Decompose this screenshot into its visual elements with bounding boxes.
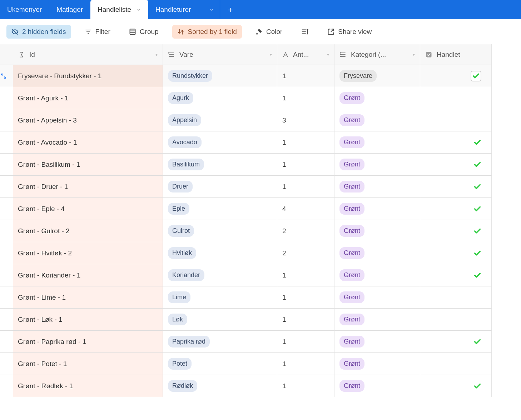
- cell-handlet[interactable]: [420, 286, 492, 309]
- cell-vare[interactable]: Rundstykker: [163, 65, 277, 87]
- tab-handleturer[interactable]: Handleturer: [148, 0, 198, 19]
- cell-handlet[interactable]: [420, 198, 492, 220]
- row-gutter[interactable]: [0, 220, 13, 242]
- cell-kategori[interactable]: Grønt: [334, 309, 420, 331]
- cell-antall[interactable]: 1: [277, 154, 334, 176]
- cell-antall[interactable]: 1: [277, 375, 334, 397]
- cell-antall[interactable]: 1: [277, 353, 334, 375]
- cell-kategori[interactable]: Grønt: [334, 154, 420, 176]
- cell-antall[interactable]: 4: [277, 198, 334, 220]
- cell-vare[interactable]: Eple: [163, 198, 277, 220]
- cell-antall[interactable]: 1: [277, 87, 334, 109]
- cell-kategori[interactable]: Grønt: [334, 131, 420, 154]
- add-tab-button[interactable]: ＋: [220, 0, 241, 19]
- cell-vare[interactable]: Avocado: [163, 131, 277, 154]
- cell-handlet[interactable]: [420, 331, 492, 353]
- cell-id[interactable]: Grønt - Gulrot - 2: [13, 220, 163, 242]
- cell-vare[interactable]: Druer: [163, 176, 277, 198]
- chevron-down-icon[interactable]: ▾: [155, 52, 158, 57]
- expand-record-icon[interactable]: [1, 73, 6, 79]
- row-gutter[interactable]: [0, 264, 13, 286]
- cell-handlet[interactable]: [420, 176, 492, 198]
- cell-antall[interactable]: 3: [277, 109, 334, 131]
- cell-handlet[interactable]: [420, 109, 492, 131]
- cell-id[interactable]: Frysevare - Rundstykker - 1: [13, 65, 163, 87]
- chevron-down-icon[interactable]: ▾: [270, 52, 272, 57]
- cell-id[interactable]: Grønt - Appelsin - 3: [13, 109, 163, 131]
- cell-kategori[interactable]: Frysevare: [334, 65, 420, 87]
- column-header-id[interactable]: x Id ▾: [13, 44, 163, 65]
- share-view-button[interactable]: Share view: [322, 25, 377, 39]
- cell-id[interactable]: Grønt - Eple - 4: [13, 198, 163, 220]
- row-gutter[interactable]: [0, 176, 13, 198]
- cell-antall[interactable]: 1: [277, 176, 334, 198]
- cell-id[interactable]: Grønt - Koriander - 1: [13, 264, 163, 286]
- cell-vare[interactable]: Rødløk: [163, 375, 277, 397]
- cell-handlet[interactable]: [420, 264, 492, 286]
- cell-id[interactable]: Grønt - Basilikum - 1: [13, 154, 163, 176]
- row-gutter[interactable]: [0, 154, 13, 176]
- column-header-kategori[interactable]: Kategori (... ▾: [334, 44, 420, 65]
- cell-vare[interactable]: Løk: [163, 309, 277, 331]
- cell-handlet[interactable]: [420, 220, 492, 242]
- cell-vare[interactable]: Agurk: [163, 87, 277, 109]
- cell-handlet[interactable]: [420, 131, 492, 154]
- column-header-vare[interactable]: Vare ▾: [163, 44, 277, 65]
- sort-button[interactable]: Sorted by 1 field: [172, 25, 242, 39]
- cell-vare[interactable]: Appelsin: [163, 109, 277, 131]
- cell-antall[interactable]: 1: [277, 309, 334, 331]
- cell-id[interactable]: Grønt - Avocado - 1: [13, 131, 163, 154]
- cell-vare[interactable]: Hvitløk: [163, 242, 277, 264]
- group-button[interactable]: Group: [124, 25, 164, 39]
- row-gutter[interactable]: [0, 331, 13, 353]
- row-gutter[interactable]: [0, 375, 13, 397]
- cell-handlet[interactable]: [420, 87, 492, 109]
- row-gutter[interactable]: [0, 309, 13, 331]
- cell-vare[interactable]: Paprika rød: [163, 331, 277, 353]
- cell-id[interactable]: Grønt - Druer - 1: [13, 176, 163, 198]
- cell-antall[interactable]: 2: [277, 220, 334, 242]
- cell-kategori[interactable]: Grønt: [334, 353, 420, 375]
- cell-id[interactable]: Grønt - Hvitløk - 2: [13, 242, 163, 264]
- cell-handlet[interactable]: [420, 154, 492, 176]
- cell-id[interactable]: Grønt - Rødløk - 1: [13, 375, 163, 397]
- cell-kategori[interactable]: Grønt: [334, 176, 420, 198]
- row-gutter[interactable]: [0, 198, 13, 220]
- row-gutter[interactable]: [0, 87, 13, 109]
- cell-kategori[interactable]: Grønt: [334, 87, 420, 109]
- chevron-down-icon[interactable]: ▾: [413, 52, 415, 57]
- cell-kategori[interactable]: Grønt: [334, 286, 420, 309]
- tab-matlager[interactable]: Matlager: [49, 0, 90, 19]
- cell-handlet[interactable]: [420, 65, 492, 87]
- column-header-handlet[interactable]: Handlet: [420, 44, 492, 65]
- cell-handlet[interactable]: [420, 353, 492, 375]
- cell-id[interactable]: Grønt - Løk - 1: [13, 309, 163, 331]
- tab-ukemenyer[interactable]: Ukemenyer: [0, 0, 49, 19]
- cell-handlet[interactable]: [420, 309, 492, 331]
- cell-kategori[interactable]: Grønt: [334, 242, 420, 264]
- filter-button[interactable]: Filter: [80, 25, 115, 39]
- color-button[interactable]: Color: [250, 25, 287, 39]
- cell-kategori[interactable]: Grønt: [334, 264, 420, 286]
- cell-id[interactable]: Grønt - Paprika rød - 1: [13, 331, 163, 353]
- row-gutter[interactable]: [0, 242, 13, 264]
- chevron-down-icon[interactable]: ▾: [327, 52, 329, 57]
- cell-handlet[interactable]: [420, 242, 492, 264]
- column-header-antall[interactable]: Ant... ▾: [277, 44, 334, 65]
- cell-antall[interactable]: 1: [277, 331, 334, 353]
- row-gutter[interactable]: [0, 131, 13, 154]
- cell-kategori[interactable]: Grønt: [334, 375, 420, 397]
- chevron-down-icon[interactable]: [136, 7, 141, 12]
- cell-kategori[interactable]: Grønt: [334, 198, 420, 220]
- cell-antall[interactable]: 1: [277, 65, 334, 87]
- tab-more-dropdown[interactable]: [198, 0, 220, 19]
- cell-handlet[interactable]: [420, 375, 492, 397]
- cell-vare[interactable]: Basilikum: [163, 154, 277, 176]
- cell-antall[interactable]: 2: [277, 242, 334, 264]
- row-gutter[interactable]: [0, 353, 13, 375]
- tab-handleliste[interactable]: Handleliste: [90, 0, 148, 19]
- cell-vare[interactable]: Koriander: [163, 264, 277, 286]
- cell-kategori[interactable]: Grønt: [334, 331, 420, 353]
- row-gutter[interactable]: [0, 65, 13, 87]
- row-height-button[interactable]: [296, 25, 314, 39]
